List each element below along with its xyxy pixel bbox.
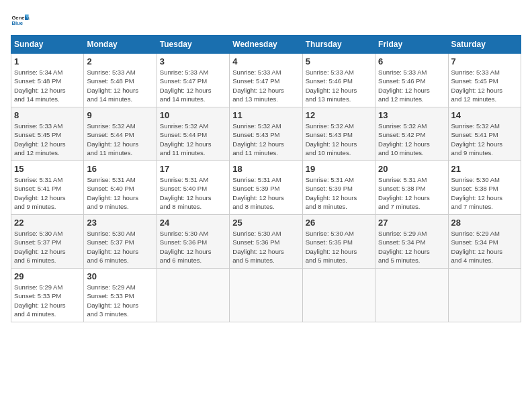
day-info: Sunrise: 5:33 AM Sunset: 5:47 PM Dayligh… — [232, 68, 299, 103]
day-number: 1 — [14, 56, 81, 66]
day-number: 19 — [306, 164, 372, 174]
day-number: 6 — [378, 56, 445, 66]
week-row-5: 29Sunrise: 5:29 AM Sunset: 5:33 PM Dayli… — [11, 269, 521, 322]
calendar-cell: 20Sunrise: 5:31 AM Sunset: 5:38 PM Dayli… — [375, 161, 448, 215]
week-row-1: 1Sunrise: 5:34 AM Sunset: 5:48 PM Daylig… — [11, 54, 521, 107]
day-info: Sunrise: 5:33 AM Sunset: 5:45 PM Dayligh… — [14, 122, 81, 157]
calendar-cell: 15Sunrise: 5:31 AM Sunset: 5:41 PM Dayli… — [11, 161, 84, 215]
day-number: 20 — [378, 164, 445, 174]
calendar-cell: 11Sunrise: 5:32 AM Sunset: 5:43 PM Dayli… — [230, 107, 302, 161]
calendar-cell: 18Sunrise: 5:31 AM Sunset: 5:39 PM Dayli… — [230, 161, 302, 215]
day-number: 16 — [87, 164, 153, 174]
week-row-3: 15Sunrise: 5:31 AM Sunset: 5:41 PM Dayli… — [11, 161, 521, 215]
column-header-sunday: Sunday — [11, 36, 84, 54]
column-header-wednesday: Wednesday — [230, 36, 302, 54]
day-number: 30 — [87, 271, 153, 281]
day-number: 26 — [306, 218, 372, 228]
column-header-thursday: Thursday — [302, 36, 375, 54]
day-info: Sunrise: 5:34 AM Sunset: 5:48 PM Dayligh… — [14, 68, 81, 103]
calendar-cell: 3Sunrise: 5:33 AM Sunset: 5:47 PM Daylig… — [157, 54, 229, 107]
day-number: 23 — [87, 218, 153, 228]
calendar-cell: 6Sunrise: 5:33 AM Sunset: 5:46 PM Daylig… — [375, 54, 448, 107]
day-info: Sunrise: 5:31 AM Sunset: 5:38 PM Dayligh… — [378, 175, 445, 211]
calendar-cell — [230, 269, 302, 322]
day-number: 18 — [232, 164, 299, 174]
calendar-cell: 2Sunrise: 5:33 AM Sunset: 5:48 PM Daylig… — [84, 54, 157, 107]
calendar-cell: 25Sunrise: 5:30 AM Sunset: 5:36 PM Dayli… — [230, 215, 302, 269]
calendar-cell: 7Sunrise: 5:33 AM Sunset: 5:45 PM Daylig… — [448, 54, 521, 107]
day-info: Sunrise: 5:32 AM Sunset: 5:42 PM Dayligh… — [378, 122, 445, 157]
page-header: General Blue — [11, 11, 521, 30]
day-number: 21 — [451, 164, 518, 174]
day-info: Sunrise: 5:33 AM Sunset: 5:46 PM Dayligh… — [306, 68, 372, 103]
day-info: Sunrise: 5:29 AM Sunset: 5:34 PM Dayligh… — [451, 229, 518, 265]
calendar-cell: 30Sunrise: 5:29 AM Sunset: 5:33 PM Dayli… — [84, 269, 157, 322]
week-row-4: 22Sunrise: 5:30 AM Sunset: 5:37 PM Dayli… — [11, 215, 521, 269]
day-info: Sunrise: 5:32 AM Sunset: 5:43 PM Dayligh… — [306, 122, 372, 157]
calendar-cell: 10Sunrise: 5:32 AM Sunset: 5:44 PM Dayli… — [157, 107, 229, 161]
column-header-tuesday: Tuesday — [157, 36, 229, 54]
day-number: 3 — [160, 56, 226, 66]
calendar-header: SundayMondayTuesdayWednesdayThursdayFrid… — [11, 36, 521, 54]
day-info: Sunrise: 5:29 AM Sunset: 5:33 PM Dayligh… — [87, 283, 153, 318]
calendar-cell: 4Sunrise: 5:33 AM Sunset: 5:47 PM Daylig… — [230, 54, 302, 107]
calendar-cell: 19Sunrise: 5:31 AM Sunset: 5:39 PM Dayli… — [302, 161, 375, 215]
calendar-cell: 14Sunrise: 5:32 AM Sunset: 5:41 PM Dayli… — [448, 107, 521, 161]
calendar-cell — [302, 269, 375, 322]
column-header-saturday: Saturday — [448, 36, 521, 54]
day-number: 17 — [160, 164, 226, 174]
calendar-cell: 29Sunrise: 5:29 AM Sunset: 5:33 PM Dayli… — [11, 269, 84, 322]
day-info: Sunrise: 5:32 AM Sunset: 5:43 PM Dayligh… — [232, 122, 299, 157]
day-number: 29 — [14, 271, 81, 281]
day-number: 15 — [14, 164, 81, 174]
day-info: Sunrise: 5:30 AM Sunset: 5:37 PM Dayligh… — [14, 229, 81, 265]
week-row-2: 8Sunrise: 5:33 AM Sunset: 5:45 PM Daylig… — [11, 107, 521, 161]
day-number: 8 — [14, 110, 81, 120]
day-info: Sunrise: 5:30 AM Sunset: 5:36 PM Dayligh… — [160, 229, 226, 265]
day-number: 10 — [160, 110, 226, 120]
day-info: Sunrise: 5:30 AM Sunset: 5:38 PM Dayligh… — [451, 175, 518, 211]
day-info: Sunrise: 5:32 AM Sunset: 5:44 PM Dayligh… — [160, 122, 226, 157]
calendar-cell — [375, 269, 448, 322]
calendar-cell: 9Sunrise: 5:32 AM Sunset: 5:44 PM Daylig… — [84, 107, 157, 161]
day-info: Sunrise: 5:31 AM Sunset: 5:39 PM Dayligh… — [306, 175, 372, 211]
calendar-cell: 16Sunrise: 5:31 AM Sunset: 5:40 PM Dayli… — [84, 161, 157, 215]
calendar-cell: 8Sunrise: 5:33 AM Sunset: 5:45 PM Daylig… — [11, 107, 84, 161]
day-info: Sunrise: 5:32 AM Sunset: 5:41 PM Dayligh… — [451, 122, 518, 157]
calendar-cell — [157, 269, 229, 322]
day-number: 28 — [451, 218, 518, 228]
day-info: Sunrise: 5:31 AM Sunset: 5:41 PM Dayligh… — [14, 175, 81, 211]
day-number: 25 — [232, 218, 299, 228]
day-info: Sunrise: 5:29 AM Sunset: 5:34 PM Dayligh… — [378, 229, 445, 265]
day-number: 22 — [14, 218, 81, 228]
day-info: Sunrise: 5:32 AM Sunset: 5:44 PM Dayligh… — [87, 122, 153, 157]
day-info: Sunrise: 5:29 AM Sunset: 5:33 PM Dayligh… — [14, 283, 81, 318]
day-number: 5 — [306, 56, 372, 66]
calendar-cell: 13Sunrise: 5:32 AM Sunset: 5:42 PM Dayli… — [375, 107, 448, 161]
day-number: 11 — [232, 110, 299, 120]
calendar-cell: 1Sunrise: 5:34 AM Sunset: 5:48 PM Daylig… — [11, 54, 84, 107]
calendar-cell: 26Sunrise: 5:30 AM Sunset: 5:35 PM Dayli… — [302, 215, 375, 269]
logo: General Blue — [11, 11, 30, 30]
calendar-cell: 22Sunrise: 5:30 AM Sunset: 5:37 PM Dayli… — [11, 215, 84, 269]
calendar-table: SundayMondayTuesdayWednesdayThursdayFrid… — [11, 35, 521, 322]
calendar-cell — [448, 269, 521, 322]
calendar-cell: 5Sunrise: 5:33 AM Sunset: 5:46 PM Daylig… — [302, 54, 375, 107]
calendar-cell: 23Sunrise: 5:30 AM Sunset: 5:37 PM Dayli… — [84, 215, 157, 269]
day-info: Sunrise: 5:31 AM Sunset: 5:39 PM Dayligh… — [232, 175, 299, 211]
day-number: 12 — [306, 110, 372, 120]
calendar-cell: 17Sunrise: 5:31 AM Sunset: 5:40 PM Dayli… — [157, 161, 229, 215]
day-number: 4 — [232, 56, 299, 66]
calendar-cell: 24Sunrise: 5:30 AM Sunset: 5:36 PM Dayli… — [157, 215, 229, 269]
calendar-cell: 27Sunrise: 5:29 AM Sunset: 5:34 PM Dayli… — [375, 215, 448, 269]
day-info: Sunrise: 5:31 AM Sunset: 5:40 PM Dayligh… — [160, 175, 226, 211]
day-number: 13 — [378, 110, 445, 120]
calendar-cell: 28Sunrise: 5:29 AM Sunset: 5:34 PM Dayli… — [448, 215, 521, 269]
day-number: 14 — [451, 110, 518, 120]
day-number: 2 — [87, 56, 153, 66]
day-number: 24 — [160, 218, 226, 228]
day-info: Sunrise: 5:30 AM Sunset: 5:37 PM Dayligh… — [87, 229, 153, 265]
day-info: Sunrise: 5:33 AM Sunset: 5:47 PM Dayligh… — [160, 68, 226, 103]
calendar-cell: 21Sunrise: 5:30 AM Sunset: 5:38 PM Dayli… — [448, 161, 521, 215]
day-info: Sunrise: 5:30 AM Sunset: 5:36 PM Dayligh… — [232, 229, 299, 265]
